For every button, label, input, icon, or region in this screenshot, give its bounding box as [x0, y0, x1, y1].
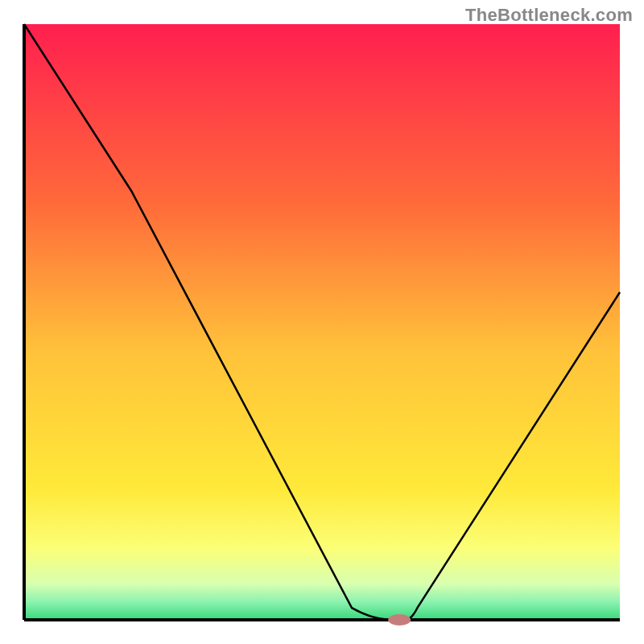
bottleneck-chart [0, 0, 644, 644]
optimal-marker [388, 614, 411, 625]
gradient-background [24, 24, 620, 620]
chart-container: TheBottleneck.com [0, 0, 644, 644]
